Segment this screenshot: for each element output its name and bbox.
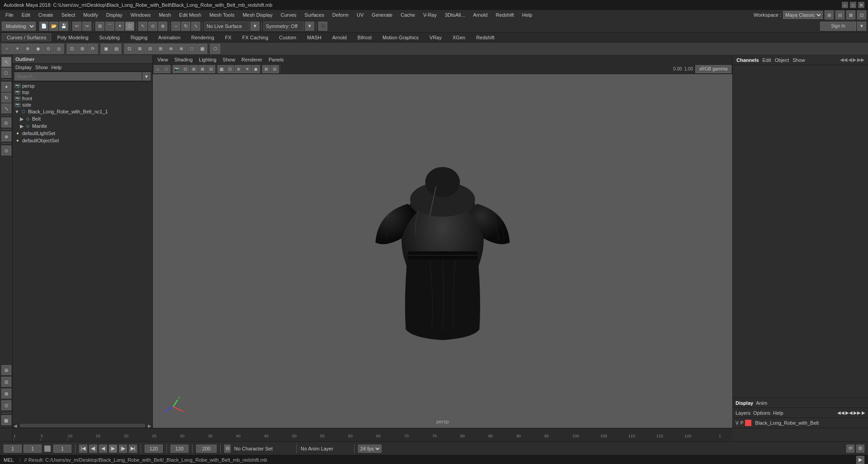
icon-btn-6[interactable]: ◎ bbox=[54, 44, 64, 54]
vp-btn-sel3[interactable]: ⊠ bbox=[198, 65, 207, 73]
tab-fx-caching[interactable]: FX Caching bbox=[237, 33, 273, 42]
scale-btn[interactable]: ⤡ bbox=[1, 103, 11, 113]
tab-animation[interactable]: Animation bbox=[153, 33, 185, 42]
vp-menu-show[interactable]: Show bbox=[220, 57, 238, 62]
icon-btn-20[interactable]: ⬡ bbox=[210, 44, 220, 54]
tab-xgen[interactable]: XGen bbox=[448, 33, 470, 42]
status-expand-btn[interactable]: ▶ bbox=[856, 456, 864, 464]
step-fwd-btn[interactable]: |▶ bbox=[119, 445, 127, 453]
transform-btn[interactable]: ↔ bbox=[171, 22, 180, 31]
vp-btn-shadow[interactable]: ◉ bbox=[252, 65, 260, 73]
workspace-btn4[interactable]: ⊡ bbox=[857, 10, 866, 19]
frame-start-input[interactable] bbox=[4, 445, 22, 453]
tab-poly-modeling[interactable]: Poly Modeling bbox=[52, 33, 93, 42]
frame-end-input[interactable] bbox=[145, 445, 163, 453]
icon-btn-8[interactable]: ⊞ bbox=[77, 44, 87, 54]
icon-btn-9[interactable]: ⟳ bbox=[88, 44, 98, 54]
menu-uv[interactable]: UV bbox=[353, 11, 367, 19]
search-input[interactable] bbox=[14, 72, 142, 80]
rp-btab-display[interactable]: Display bbox=[736, 400, 753, 406]
layers-tab-options[interactable]: Options bbox=[753, 410, 770, 416]
outliner-item-group[interactable]: ▼ ⬡ Black_Long_Robe_with_Belt_nc1_1 bbox=[13, 108, 152, 115]
play-end-btn[interactable]: ▶| bbox=[129, 445, 137, 453]
play-back-btn[interactable]: ◀ bbox=[99, 445, 107, 453]
timeline-ruler[interactable]: // rendered statically below 1 5 10 15 2… bbox=[13, 428, 732, 442]
vp-btn-tex[interactable]: ⊕ bbox=[235, 65, 243, 73]
vp-btn-grid[interactable]: ⊞ bbox=[262, 65, 270, 73]
vp-btn-wire[interactable]: ⊡ bbox=[226, 65, 234, 73]
step-back-btn[interactable]: ◀| bbox=[89, 445, 97, 453]
camera-btn[interactable]: 🎥 bbox=[318, 22, 327, 31]
layout-btn3[interactable]: ⊠ bbox=[1, 389, 11, 398]
icon-btn-17[interactable]: ⊗ bbox=[176, 44, 186, 54]
layer-color-swatch[interactable] bbox=[745, 420, 751, 426]
vp-menu-view[interactable]: View bbox=[155, 57, 171, 62]
layer-icon2[interactable]: ▶◀ bbox=[845, 410, 853, 415]
anim-prefs-btn[interactable]: ⟳ bbox=[846, 445, 854, 453]
rp-tab-edit[interactable]: Edit bbox=[763, 57, 771, 63]
outliner-item-persp[interactable]: 📷 persp bbox=[13, 83, 152, 89]
menu-mesh-tools[interactable]: Mesh Tools bbox=[206, 11, 238, 19]
icon-btn-16[interactable]: ⊕ bbox=[166, 44, 176, 54]
snap-point-btn[interactable]: ✦ bbox=[115, 22, 124, 31]
menu-help[interactable]: Help bbox=[519, 11, 536, 19]
menu-deform[interactable]: Deform bbox=[329, 11, 352, 19]
icon-btn-13[interactable]: ⊠ bbox=[135, 44, 145, 54]
play-start-btn[interactable]: |◀ bbox=[79, 445, 87, 453]
open-btn[interactable]: 📂 bbox=[49, 22, 58, 31]
outliner-menu-show[interactable]: Show bbox=[35, 65, 48, 70]
tab-custom[interactable]: Custom bbox=[274, 33, 301, 42]
vp-btn-light[interactable]: ☀ bbox=[243, 65, 251, 73]
outliner-item-front[interactable]: 📷 front bbox=[13, 95, 152, 102]
tab-vray[interactable]: VRay bbox=[425, 33, 447, 42]
layer-icon4[interactable]: ▶ bbox=[862, 410, 865, 415]
menu-select[interactable]: Select bbox=[58, 11, 79, 19]
menu-vray[interactable]: V-Ray bbox=[420, 11, 440, 19]
rp-icon4[interactable]: ▶▶ bbox=[857, 57, 864, 63]
rp-icon3[interactable]: ▶ bbox=[853, 57, 856, 63]
workspace-btn1[interactable]: ⊞ bbox=[825, 10, 834, 19]
vp-btn-hud[interactable]: ⊟ bbox=[271, 65, 279, 73]
menu-surfaces[interactable]: Surfaces bbox=[301, 11, 328, 19]
vp-btn-sel2[interactable]: ⊞ bbox=[190, 65, 198, 73]
menu-generate[interactable]: Generate bbox=[368, 11, 396, 19]
icon-btn-15[interactable]: ⊞ bbox=[156, 44, 165, 54]
tab-sculpting[interactable]: Sculpting bbox=[94, 33, 125, 42]
scale-btn[interactable]: ⤡ bbox=[191, 22, 200, 31]
icon-btn-7[interactable]: ⊡ bbox=[67, 44, 77, 54]
layer-icon1[interactable]: ◀◀ bbox=[837, 410, 844, 415]
render-btn[interactable]: ▦ bbox=[1, 415, 11, 425]
icon-btn-12[interactable]: ⊡ bbox=[124, 44, 134, 54]
outliner-item-mantle[interactable]: ▶ ◇ Mantle bbox=[18, 122, 152, 130]
outliner-menu-display[interactable]: Display bbox=[15, 65, 32, 70]
fps-select[interactable]: 24 fps 30 fps 60 fps bbox=[358, 445, 382, 453]
menu-curves[interactable]: Curves bbox=[277, 11, 300, 19]
symmetry-dropdown[interactable]: ▼ bbox=[305, 22, 314, 31]
workspace-btn3[interactable]: ⊠ bbox=[846, 10, 855, 19]
rp-icon2[interactable]: ◀ bbox=[848, 57, 852, 63]
outliner-item-top[interactable]: 📷 top bbox=[13, 89, 152, 95]
icon-btn-11[interactable]: ▤ bbox=[111, 44, 121, 54]
outliner-item-side[interactable]: 📷 side bbox=[13, 102, 152, 108]
snap-grid-btn[interactable]: ⊞ bbox=[95, 22, 104, 31]
timeline[interactable]: // rendered statically below 1 5 10 15 2… bbox=[0, 428, 868, 441]
frame-current-input[interactable] bbox=[24, 445, 42, 453]
vp-gamma-btn[interactable]: sRGB gamma bbox=[695, 65, 731, 73]
vp-btn-sel4[interactable]: ⊟ bbox=[207, 65, 215, 73]
rp-btab-anim[interactable]: Anim bbox=[756, 400, 767, 406]
vp-btn-sel1[interactable]: ⊡ bbox=[181, 65, 189, 73]
layers-tab-layers[interactable]: Layers bbox=[736, 410, 750, 416]
viewport-canvas[interactable]: persp X Y Z bbox=[153, 74, 732, 428]
icon-btn-5[interactable]: ⊙ bbox=[43, 44, 53, 54]
redo-btn[interactable]: ↪ bbox=[82, 22, 91, 31]
layout-btn4[interactable]: ⊡ bbox=[1, 400, 11, 410]
icon-btn-4[interactable]: ◉ bbox=[33, 44, 43, 54]
layers-tab-help[interactable]: Help bbox=[773, 410, 783, 416]
outliner-menu-help[interactable]: Help bbox=[52, 65, 62, 70]
icon-btn-14[interactable]: ⊟ bbox=[145, 44, 155, 54]
show-manip-btn[interactable]: ⊕ bbox=[1, 131, 11, 141]
anim-options-btn[interactable]: ⚙ bbox=[856, 445, 864, 453]
rp-icon1[interactable]: ◀◀ bbox=[840, 57, 847, 63]
outliner-item-lightset[interactable]: ● defaultLightSet bbox=[13, 130, 152, 137]
menu-edit-mesh[interactable]: Edit Mesh bbox=[175, 11, 205, 19]
